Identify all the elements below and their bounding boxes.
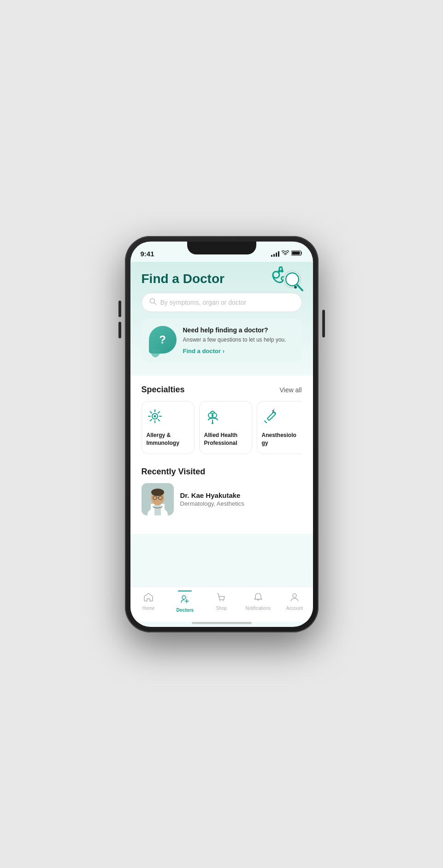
search-input-placeholder: By symptoms, organ or doctor bbox=[160, 299, 247, 306]
home-icon bbox=[143, 592, 154, 604]
nav-item-doctors[interactable]: Doctors bbox=[172, 590, 198, 613]
doctor-card[interactable]: Dr. Kae Hyakutake Dermatology, Aesthetic… bbox=[142, 483, 302, 515]
signal-icon bbox=[271, 251, 279, 257]
svg-point-14 bbox=[154, 415, 156, 418]
doctor-name: Dr. Kae Hyakutake bbox=[180, 491, 244, 499]
svg-point-44 bbox=[220, 601, 221, 602]
phone-frame: 9:41 bbox=[125, 236, 319, 632]
volume-down-button[interactable] bbox=[118, 322, 121, 338]
find-doctor-link[interactable]: Find a doctor › bbox=[183, 348, 295, 354]
svg-line-19 bbox=[150, 412, 152, 413]
specialties-row: Allergy &Immunology bbox=[142, 401, 302, 454]
home-label: Home bbox=[142, 606, 155, 611]
specialty-card-allergy[interactable]: Allergy &Immunology bbox=[142, 401, 195, 454]
doctor-avatar bbox=[142, 483, 174, 515]
allergy-label: Allergy &Immunology bbox=[147, 431, 179, 447]
power-button[interactable] bbox=[322, 310, 325, 337]
doctors-icon bbox=[180, 594, 190, 606]
svg-line-9 bbox=[297, 285, 302, 290]
svg-line-22 bbox=[150, 419, 152, 421]
svg-point-8 bbox=[286, 273, 299, 286]
help-title: Need help finding a doctor? bbox=[183, 326, 295, 334]
svg-point-37 bbox=[151, 489, 164, 496]
header-area: Find a Doctor By symptoms, organ or doct… bbox=[130, 262, 313, 376]
shop-icon bbox=[216, 592, 226, 604]
battery-icon bbox=[291, 250, 303, 257]
specialties-section-header: Specialties View all bbox=[142, 385, 302, 395]
chevron-right-icon: › bbox=[223, 348, 224, 354]
notch bbox=[187, 242, 256, 254]
svg-point-46 bbox=[293, 594, 296, 597]
specialties-title: Specialties bbox=[142, 385, 185, 395]
specialty-card-anesthesia[interactable]: Z z Anesthesiology bbox=[257, 401, 302, 454]
view-all-button[interactable]: View all bbox=[280, 386, 302, 394]
bottom-nav: Home Doctors bbox=[130, 586, 313, 622]
doctor-info: Dr. Kae Hyakutake Dermatology, Aesthetic… bbox=[180, 491, 244, 507]
status-time: 9:41 bbox=[141, 250, 154, 258]
svg-point-26 bbox=[212, 422, 213, 424]
recently-visited-section: Recently Visited bbox=[142, 467, 302, 515]
help-text-area: Need help finding a doctor? Answer a few… bbox=[183, 326, 295, 354]
notifications-icon bbox=[253, 592, 263, 604]
nav-item-shop[interactable]: Shop bbox=[209, 592, 234, 611]
svg-line-20 bbox=[158, 419, 159, 421]
wifi-icon bbox=[282, 250, 289, 257]
svg-rect-27 bbox=[267, 412, 275, 420]
svg-line-12 bbox=[154, 303, 156, 305]
allergy-icon bbox=[147, 408, 163, 427]
svg-point-10 bbox=[294, 286, 297, 289]
svg-point-45 bbox=[223, 601, 224, 602]
doctor-specialty: Dermatology, Aesthetics bbox=[180, 500, 244, 507]
volume-up-button[interactable] bbox=[118, 301, 121, 317]
svg-text:z: z bbox=[273, 408, 275, 411]
account-icon bbox=[289, 592, 300, 604]
help-card[interactable]: ? Need help finding a doctor? Answer a f… bbox=[142, 319, 302, 362]
doctors-label: Doctors bbox=[176, 608, 194, 613]
svg-point-41 bbox=[182, 596, 186, 599]
scroll-content[interactable]: Find a Doctor By symptoms, organ or doct… bbox=[130, 262, 313, 586]
nav-item-account[interactable]: Account bbox=[282, 592, 307, 611]
svg-line-21 bbox=[158, 412, 159, 413]
shop-label: Shop bbox=[216, 606, 227, 611]
svg-rect-1 bbox=[292, 252, 300, 255]
svg-rect-35 bbox=[154, 504, 161, 515]
specialty-card-allied[interactable]: Allied HealthProfessional bbox=[199, 401, 252, 454]
active-indicator bbox=[178, 590, 192, 591]
help-bubble-icon: ? bbox=[149, 326, 177, 354]
svg-line-29 bbox=[265, 421, 266, 423]
allied-health-icon bbox=[204, 408, 221, 427]
notifications-label: Notifications bbox=[245, 606, 270, 611]
find-doctor-icon bbox=[267, 262, 304, 300]
account-label: Account bbox=[286, 606, 303, 611]
status-icons bbox=[271, 250, 303, 257]
recently-visited-title: Recently Visited bbox=[142, 467, 302, 477]
help-description: Answer a few questions to let us help yo… bbox=[183, 336, 295, 344]
allied-label: Allied HealthProfessional bbox=[204, 431, 238, 447]
anesthesia-icon: Z z bbox=[262, 408, 278, 427]
search-icon bbox=[149, 298, 157, 307]
svg-point-6 bbox=[281, 270, 284, 272]
nav-item-notifications[interactable]: Notifications bbox=[245, 592, 271, 611]
phone-screen: 9:41 bbox=[130, 242, 313, 627]
anesthesia-label: Anesthesiology bbox=[262, 431, 296, 447]
nav-item-home[interactable]: Home bbox=[136, 592, 161, 611]
home-indicator bbox=[192, 622, 252, 624]
svg-point-5 bbox=[278, 270, 281, 272]
main-content: Specialties View all bbox=[130, 376, 313, 534]
